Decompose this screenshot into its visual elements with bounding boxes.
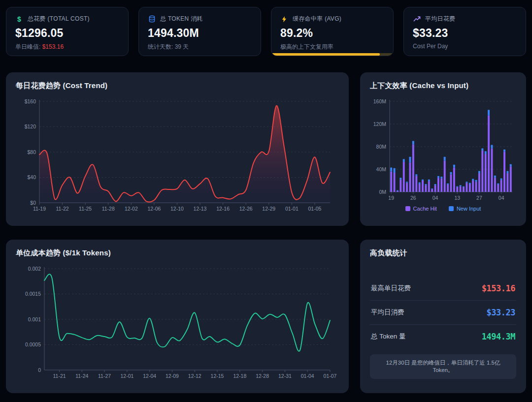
svg-text:12-26: 12-26	[239, 206, 253, 212]
dollar-icon: $	[15, 15, 23, 23]
cache-progress-track	[271, 53, 393, 56]
database-icon	[148, 15, 156, 23]
total-cost-value: $1296.05	[15, 27, 119, 40]
row-label: 最高单日花费	[371, 284, 411, 293]
total-tokens-value: 1494.3M	[482, 332, 515, 341]
svg-text:0: 0	[38, 367, 41, 373]
card-header: 平均日花费	[413, 15, 517, 23]
total-tokens-card: 总 TOKEN 消耗 1494.30M 统计天数: 39 天	[138, 7, 261, 56]
row-label: 平均日消费	[371, 308, 404, 317]
svg-text:$80: $80	[27, 149, 36, 155]
cache-vs-input-chart: 0M40M80M120M160M192604132704	[370, 95, 516, 205]
high-load-rows: 最高单日花费 $153.16 平均日消费 $33.23 总 Token 量 14…	[370, 277, 516, 348]
svg-text:12-10: 12-10	[170, 206, 184, 212]
svg-text:11-28: 11-28	[102, 206, 115, 212]
panels-grid: 每日花费趋势 (Cost Trend) $0$40$80$120$16011-1…	[6, 72, 526, 393]
svg-text:01-04: 01-04	[301, 373, 314, 379]
card-subtext: 单日峰值: $153.16	[15, 43, 119, 51]
card-header: $ 总花费 (TOTAL COST)	[15, 15, 119, 23]
svg-text:$160: $160	[25, 98, 36, 104]
total-tokens-value: 1494.30M	[148, 27, 252, 40]
card-subtext: 极高的上下文复用率	[280, 43, 384, 51]
svg-text:11-25: 11-25	[79, 206, 92, 212]
svg-text:12-04: 12-04	[143, 373, 156, 379]
svg-text:12-16: 12-16	[216, 206, 230, 212]
svg-text:19: 19	[388, 195, 394, 201]
cache-hit-rate-value: 89.2%	[280, 27, 384, 40]
svg-text:0.0005: 0.0005	[25, 341, 41, 347]
card-subtext: 统计天数: 39 天	[148, 43, 252, 51]
card-header: 总 TOKEN 消耗	[148, 15, 252, 23]
svg-text:12-02: 12-02	[125, 206, 138, 212]
dashboard-page: $ 总花费 (TOTAL COST) $1296.05 单日峰值: $153.1…	[0, 0, 532, 400]
max-daily-cost-value: $153.16	[482, 283, 515, 293]
card-label: 总 TOKEN 消耗	[160, 15, 203, 23]
svg-text:0.0015: 0.0015	[25, 291, 41, 297]
svg-text:$120: $120	[25, 124, 36, 129]
cache-hit-swatch	[405, 206, 410, 211]
card-header: 缓存命中率 (AVG)	[280, 15, 384, 23]
legend-label: Cache Hit	[413, 206, 437, 212]
peak-day-note: 12月30日 是您的峰值日，单日消耗了近 1.5亿 Token。	[370, 354, 516, 379]
svg-text:01-05: 01-05	[308, 206, 322, 212]
avg-daily-cost-value: $33.23	[413, 27, 517, 40]
svg-text:0.001: 0.001	[28, 316, 41, 322]
unit-cost-panel: 单位成本趋势 ($/1k Tokens) 00.00050.0010.00150…	[6, 240, 349, 393]
svg-text:12-09: 12-09	[166, 373, 179, 379]
svg-text:12-12: 12-12	[188, 373, 201, 379]
high-load-row-total-tokens: 总 Token 量 1494.3M	[370, 325, 516, 348]
svg-text:04: 04	[499, 195, 504, 201]
svg-text:12-01: 12-01	[120, 373, 133, 379]
svg-text:27: 27	[476, 195, 482, 201]
new-input-swatch	[449, 206, 454, 211]
peak-label: 单日峰值:	[15, 43, 42, 50]
legend-item-cache-hit[interactable]: Cache Hit	[405, 206, 437, 212]
svg-text:12-31: 12-31	[278, 373, 292, 379]
high-load-title: 高负载统计	[370, 248, 516, 258]
svg-text:26: 26	[410, 195, 416, 201]
chart-legend: Cache Hit New Input	[370, 206, 516, 212]
svg-text:13: 13	[454, 195, 460, 201]
svg-text:80M: 80M	[376, 144, 386, 150]
svg-text:11-19: 11-19	[33, 206, 46, 212]
card-subtext: Cost Per Day	[413, 43, 517, 50]
cost-trend-chart: $0$40$80$120$16011-1911-2211-2511-2812-0…	[16, 95, 338, 216]
cost-trend-title: 每日花费趋势 (Cost Trend)	[16, 81, 339, 91]
svg-text:12-13: 12-13	[194, 206, 207, 212]
card-label: 缓存命中率 (AVG)	[293, 15, 341, 23]
svg-text:12-18: 12-18	[233, 373, 246, 379]
svg-text:12-29: 12-29	[262, 206, 275, 212]
svg-text:11-22: 11-22	[56, 206, 69, 212]
cache-vs-input-panel: 上下文效率 (Cache vs Input) 0M40M80M120M160M1…	[360, 72, 526, 226]
svg-text:11-27: 11-27	[98, 373, 111, 379]
legend-label: New Input	[457, 206, 481, 212]
svg-text:$0: $0	[30, 200, 36, 206]
svg-text:04: 04	[432, 195, 438, 201]
svg-text:12-06: 12-06	[147, 206, 161, 212]
svg-text:120M: 120M	[373, 121, 386, 127]
svg-text:01-07: 01-07	[324, 373, 337, 379]
stat-cards-row: $ 总花费 (TOTAL COST) $1296.05 单日峰值: $153.1…	[6, 7, 526, 56]
high-load-row-max-daily: 最高单日花费 $153.16	[370, 277, 516, 301]
svg-text:12-28: 12-28	[256, 373, 269, 379]
cache-hit-rate-card: 缓存命中率 (AVG) 89.2% 极高的上下文复用率	[271, 7, 394, 56]
unit-cost-chart: 00.00050.0010.00150.00211-2111-2411-2712…	[16, 263, 338, 383]
cost-trend-panel: 每日花费趋势 (Cost Trend) $0$40$80$120$16011-1…	[6, 72, 349, 226]
svg-text:160M: 160M	[373, 98, 386, 104]
svg-text:0.002: 0.002	[28, 266, 41, 272]
svg-text:$40: $40	[27, 174, 36, 180]
cache-progress-fill	[271, 53, 380, 56]
cache-vs-input-title: 上下文效率 (Cache vs Input)	[370, 81, 516, 91]
svg-text:11-24: 11-24	[75, 373, 88, 379]
trend-up-icon	[413, 15, 421, 23]
high-load-panel: 高负载统计 最高单日花费 $153.16 平均日消费 $33.23 总 Toke…	[360, 240, 526, 393]
lightning-icon	[280, 15, 288, 23]
avg-daily-spend-value: $33.23	[487, 308, 515, 317]
unit-cost-title: 单位成本趋势 ($/1k Tokens)	[16, 248, 339, 258]
svg-text:0M: 0M	[379, 189, 386, 195]
svg-text:40M: 40M	[376, 166, 386, 172]
peak-value: $153.16	[42, 43, 64, 50]
legend-item-new-input[interactable]: New Input	[449, 206, 481, 212]
svg-text:11-21: 11-21	[53, 373, 66, 379]
card-label: 平均日花费	[425, 15, 456, 23]
